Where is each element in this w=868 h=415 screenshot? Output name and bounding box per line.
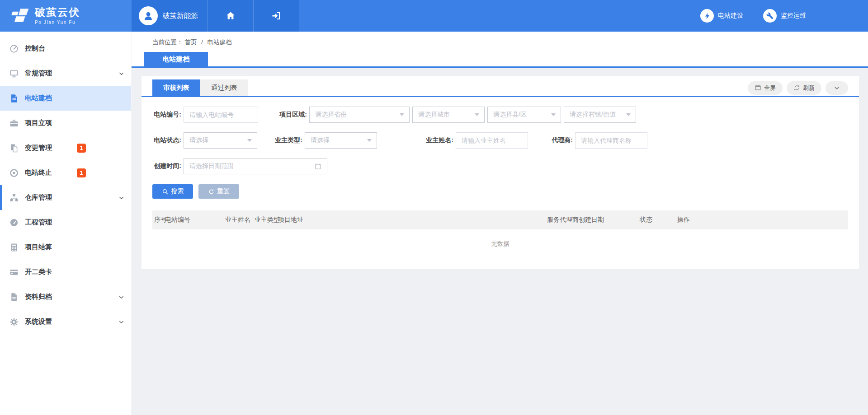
sidebar-item-engineering-mgmt[interactable]: 工程管理 <box>0 210 131 235</box>
reset-icon <box>208 188 215 195</box>
panel-card: 审核列表 通过列表 全屏 <box>142 76 859 269</box>
sidebar-item-station-filing[interactable]: 电站建档 <box>0 86 131 111</box>
sidebar-item-warehouse-mgmt[interactable]: 仓库管理 <box>0 185 131 210</box>
date-range-picker[interactable]: 请选择日期范围 <box>184 158 327 174</box>
select-caret-icon <box>626 113 631 116</box>
search-icon <box>162 188 169 195</box>
filter-actions: 搜索 重置 <box>152 184 848 199</box>
mode-station-build[interactable]: 电站建设 <box>700 9 743 23</box>
station-status-label: 电站状态: <box>152 136 181 145</box>
sidebar-item-data-archive[interactable]: 资料归档 <box>0 284 131 309</box>
home-button[interactable] <box>208 0 253 32</box>
sidebar-item-system-settings[interactable]: 系统设置 <box>0 309 131 334</box>
breadcrumb-separator: / <box>201 39 203 46</box>
refresh-icon <box>793 84 800 91</box>
mode-station-build-label: 电站建设 <box>718 12 743 20</box>
filter-row-3: 创建时间: 请选择日期范围 <box>152 158 848 174</box>
user-menu[interactable]: 破茧新能源 <box>132 0 208 32</box>
brand-title: 破茧云伏 <box>35 7 80 18</box>
sidebar-item-general-mgmt[interactable]: 常规管理 <box>0 61 131 86</box>
calendar-icon <box>314 163 322 170</box>
col-address: 项目地址 <box>278 210 303 229</box>
agent-label: 代理商: <box>544 136 573 145</box>
sitemap-icon <box>9 193 19 203</box>
panel-tabs: 审核列表 通过列表 全屏 <box>152 79 848 96</box>
select-caret-icon <box>551 113 556 116</box>
chevron-down-icon <box>834 85 840 91</box>
agent-input[interactable] <box>575 132 647 149</box>
company-name: 破茧新能源 <box>163 11 198 21</box>
col-station-no: 电站编号 <box>165 210 190 229</box>
search-button[interactable]: 搜索 <box>152 184 193 199</box>
logout-icon <box>271 10 282 21</box>
select-caret-icon <box>367 139 372 142</box>
breadcrumb-home-link[interactable]: 首页 <box>184 39 197 46</box>
select-caret-icon <box>247 139 252 142</box>
col-owner-type: 业主类型 <box>255 210 280 229</box>
owner-type-label: 业主类型: <box>274 136 302 145</box>
sidebar-item-station-termination[interactable]: 电站终止 1 <box>0 160 131 185</box>
tabs-underline <box>142 96 859 97</box>
gauge-icon <box>9 218 19 228</box>
home-icon <box>225 10 236 21</box>
breadcrumb-bar: 当前位置： 首页 / 电站建档 电站建档 <box>132 32 868 68</box>
reset-button[interactable]: 重置 <box>198 184 239 199</box>
copy-icon <box>9 143 19 153</box>
briefcase-icon <box>9 118 19 128</box>
select-caret-icon <box>475 113 479 116</box>
owner-name-input[interactable] <box>456 132 528 149</box>
header-mode-switcher: 电站建设 监控运维 <box>700 0 868 32</box>
sidebar-nav: 控制台 常规管理 电站建档 <box>0 32 132 415</box>
monitor-icon <box>9 69 19 79</box>
sidebar-scrollbar-thumb[interactable] <box>0 185 2 210</box>
main-area: 当前位置： 首页 / 电站建档 电站建档 审核列表 通过列表 全屏 <box>132 32 868 415</box>
refresh-button[interactable]: 刷新 <box>787 81 821 95</box>
collapse-button[interactable] <box>826 81 848 95</box>
sidebar-item-open-card[interactable]: 开二类卡 <box>0 260 131 284</box>
empty-state: 无数据 <box>152 229 848 258</box>
province-select[interactable]: 请选择省份 <box>309 107 410 123</box>
logout-button[interactable] <box>253 0 299 32</box>
county-select[interactable]: 请选择县/区 <box>487 107 561 123</box>
sidebar-item-change-mgmt[interactable]: 变更管理 1 <box>0 135 131 160</box>
wrench-icon <box>763 9 777 23</box>
gear-icon <box>9 317 19 327</box>
card-icon <box>9 267 19 277</box>
region-label: 项目区域: <box>278 111 307 119</box>
sidebar-item-project-initiation[interactable]: 项目立项 <box>0 111 131 135</box>
brand-logo: 破茧云伏 Po Jian Yun Fu <box>0 0 132 32</box>
owner-type-select[interactable]: 请选择 <box>305 132 377 149</box>
avatar <box>139 6 158 25</box>
breadcrumb: 当前位置： 首页 / 电站建档 <box>152 38 232 47</box>
fullscreen-button[interactable]: 全屏 <box>748 81 783 95</box>
page-tab-station-filing[interactable]: 电站建档 <box>144 52 208 66</box>
village-select[interactable]: 请选择村镇/街道 <box>564 107 636 123</box>
tab-review-list[interactable]: 审核列表 <box>152 79 200 96</box>
station-status-select[interactable]: 请选择 <box>184 132 257 149</box>
brand-logo-icon <box>11 6 30 25</box>
chevron-down-icon <box>118 318 125 325</box>
chevron-down-icon <box>118 194 125 201</box>
chevron-down-icon <box>118 294 125 300</box>
fullscreen-icon <box>755 84 761 91</box>
results-table: 序号 电站编号 业主姓名 业主类型 项目地址 服务代理商 创建日期 状态 操作 … <box>152 210 848 258</box>
calculator-icon <box>9 242 19 252</box>
sidebar-item-console[interactable]: 控制台 <box>0 36 131 61</box>
app-header: 破茧云伏 Po Jian Yun Fu 破茧新能源 <box>0 0 868 32</box>
breadcrumb-prefix: 当前位置： <box>152 39 183 46</box>
breadcrumb-current: 电站建档 <box>208 39 232 46</box>
archive-icon <box>9 292 19 302</box>
lightning-icon <box>700 9 714 23</box>
station-no-input[interactable] <box>184 107 258 123</box>
mode-monitor-ops[interactable]: 监控运维 <box>763 9 806 23</box>
col-actions: 操作 <box>677 210 690 229</box>
dashboard-icon <box>9 44 19 54</box>
filter-row-1: 电站编号: 项目区域: 请选择省份 请选择城市 请选择县/区 请选择村镇/街道 <box>152 107 848 123</box>
brand-subtitle: Po Jian Yun Fu <box>35 20 80 25</box>
mode-monitor-ops-label: 监控运维 <box>781 12 806 20</box>
col-owner-name: 业主姓名 <box>225 210 250 229</box>
sidebar-item-project-settlement[interactable]: 项目结算 <box>0 235 131 260</box>
city-select[interactable]: 请选择城市 <box>412 107 485 123</box>
tab-passed-list[interactable]: 通过列表 <box>200 79 248 96</box>
target-icon <box>9 168 19 178</box>
